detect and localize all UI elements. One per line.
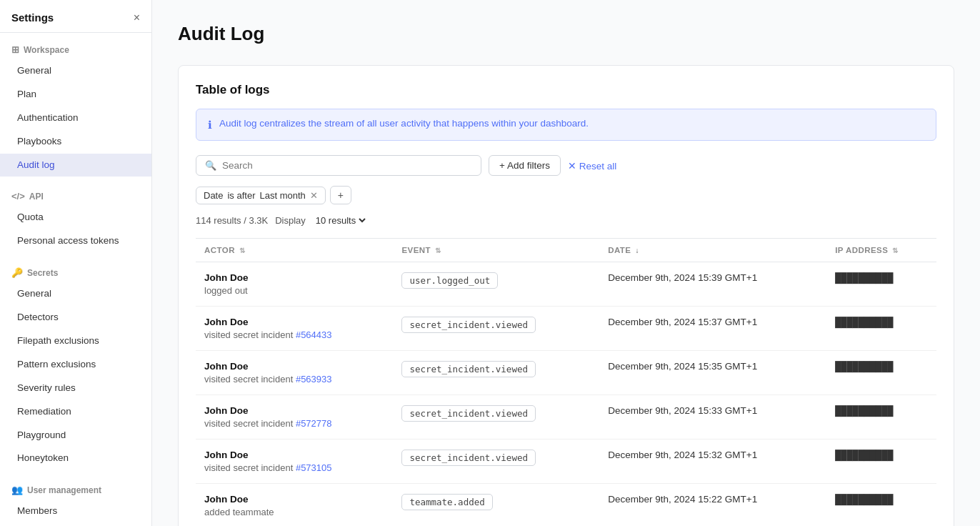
sidebar-item-quota[interactable]: Quota [0, 206, 151, 229]
page-title: Audit Log [178, 23, 954, 45]
event-cell: secret_incident.viewed [393, 395, 599, 440]
display-results-select[interactable]: 10 results 25 results 50 results [313, 214, 368, 227]
col-ip-address[interactable]: IP ADDRESS ⇅ [826, 239, 936, 262]
table-row: John Doe added teammate teammate.added D… [196, 484, 936, 527]
api-icon: </> [11, 191, 25, 202]
search-box[interactable]: 🔍 [196, 155, 481, 176]
actor-cell: John Doe visited secret incident #572778 [196, 395, 393, 440]
filter-tag-date[interactable]: Date is after Last month ✕ [196, 187, 326, 204]
ip-sort-icon: ⇅ [892, 247, 898, 254]
actor-name: John Doe [204, 272, 384, 283]
sidebar-item-members[interactable]: Members [0, 500, 151, 523]
actor-sort-icon: ⇅ [239, 247, 245, 254]
col-actor[interactable]: ACTOR ⇅ [196, 239, 393, 262]
secrets-section-label: 🔑 Secrets [0, 264, 151, 282]
sidebar-item-detectors[interactable]: Detectors [0, 306, 151, 329]
event-cell: secret_incident.viewed [393, 351, 599, 395]
actor-action: visited secret incident #563933 [204, 374, 384, 384]
sidebar-item-authentication[interactable]: Authentication [0, 106, 151, 130]
search-input[interactable] [222, 160, 472, 171]
sidebar: Settings × ⊞ Workspace General Plan Auth… [0, 0, 152, 526]
api-section-label: </> API [0, 188, 151, 206]
display-select[interactable]: 10 results 25 results 50 results [313, 214, 368, 227]
date-cell: December 9th, 2024 15:35 GMT+1 [599, 351, 826, 395]
card-title: Table of logs [196, 83, 936, 97]
event-cell: secret_incident.viewed [393, 307, 599, 351]
date-sort-icon: ↓ [635, 247, 639, 254]
actor-cell: John Doe visited secret incident #573105 [196, 440, 393, 484]
sidebar-item-playground[interactable]: Playground [0, 424, 151, 447]
table-row: John Doe visited secret incident #564433… [196, 307, 936, 351]
ip-cell: ██████████ [826, 262, 936, 307]
event-badge: secret_incident.viewed [401, 405, 536, 422]
date-cell: December 9th, 2024 15:39 GMT+1 [599, 262, 826, 307]
event-badge: user.logged_out [401, 272, 498, 289]
sidebar-item-audit-log[interactable]: Audit log [0, 154, 151, 177]
results-row: 114 results / 3.3K Display 10 results 25… [196, 214, 936, 227]
table-row: John Doe visited secret incident #573105… [196, 440, 936, 484]
close-icon[interactable]: × [134, 12, 140, 24]
info-banner: ℹ Audit log centralizes the stream of al… [196, 109, 936, 141]
table-row: John Doe visited secret incident #572778… [196, 395, 936, 440]
sidebar-item-honeytoken[interactable]: Honeytoken [0, 447, 151, 470]
sidebar-item-personal-access-tokens[interactable]: Personal access tokens [0, 229, 151, 253]
date-cell: December 9th, 2024 15:32 GMT+1 [599, 440, 826, 484]
audit-log-card: Table of logs ℹ Audit log centralizes th… [178, 65, 954, 526]
event-sort-icon: ⇅ [435, 247, 441, 254]
date-cell: December 9th, 2024 15:22 GMT+1 [599, 484, 826, 527]
reset-all-button[interactable]: ✕ Reset all [568, 160, 616, 172]
actor-name: John Doe [204, 450, 384, 460]
filter-tags: Date is after Last month ✕ + [196, 186, 936, 204]
actor-name: John Doe [204, 494, 384, 505]
sidebar-item-secrets-general[interactable]: General [0, 282, 151, 306]
event-badge: teammate.added [401, 494, 492, 510]
actor-cell: John Doe logged out [196, 262, 393, 307]
event-badge: secret_incident.viewed [401, 361, 536, 377]
filters-row: 🔍 + Add filters ✕ Reset all [196, 155, 936, 176]
sidebar-section-secrets: 🔑 Secrets General Detectors Filepath exc… [0, 256, 151, 473]
sidebar-section-user-management: 👥 User management Members Teams [0, 473, 151, 526]
results-count: 114 results / 3.3K [196, 215, 268, 226]
actor-action: visited secret incident #572778 [204, 418, 384, 429]
filter-tag-close-icon[interactable]: ✕ [310, 190, 318, 201]
table-header: ACTOR ⇅ EVENT ⇅ DATE ↓ [196, 239, 936, 262]
sidebar-item-playbooks[interactable]: Playbooks [0, 130, 151, 154]
sidebar-item-general[interactable]: General [0, 59, 151, 83]
table-row: John Doe logged out user.logged_out Dece… [196, 262, 936, 307]
sidebar-header: Settings × [0, 0, 151, 33]
sidebar-section-workspace: ⊞ Workspace General Plan Authentication … [0, 33, 151, 179]
sidebar-item-pattern-exclusions[interactable]: Pattern exclusions [0, 353, 151, 377]
display-label: Display [275, 215, 306, 226]
date-cell: December 9th, 2024 15:37 GMT+1 [599, 307, 826, 351]
ip-cell: ██████████ [826, 351, 936, 395]
actor-action: visited secret incident #564433 [204, 329, 384, 340]
users-icon: 👥 [11, 485, 23, 495]
ip-cell: ██████████ [826, 395, 936, 440]
sidebar-item-filepath-exclusions[interactable]: Filepath exclusions [0, 329, 151, 353]
ip-cell: ██████████ [826, 307, 936, 351]
main-content: Audit Log Table of logs ℹ Audit log cent… [152, 0, 980, 526]
event-cell: secret_incident.viewed [393, 440, 599, 484]
table-body: John Doe logged out user.logged_out Dece… [196, 262, 936, 527]
sidebar-item-plan[interactable]: Plan [0, 83, 151, 106]
actor-name: John Doe [204, 361, 384, 372]
event-cell: user.logged_out [393, 262, 599, 307]
sidebar-item-teams[interactable]: Teams [0, 523, 151, 526]
actor-cell: John Doe visited secret incident #564433 [196, 307, 393, 351]
filter-add-button[interactable]: + [330, 186, 351, 204]
sidebar-item-remediation[interactable]: Remediation [0, 400, 151, 424]
info-icon: ℹ [208, 119, 212, 132]
filter-field: Date [204, 190, 223, 201]
table-row: John Doe visited secret incident #563933… [196, 351, 936, 395]
info-banner-text: Audit log centralizes the stream of all … [219, 118, 589, 129]
sidebar-section-api: </> API Quota Personal access tokens [0, 179, 151, 256]
col-date[interactable]: DATE ↓ [599, 239, 826, 262]
sidebar-item-severity-rules[interactable]: Severity rules [0, 377, 151, 400]
user-management-section-label: 👥 User management [0, 482, 151, 500]
filter-operator: is after [227, 190, 255, 201]
add-filters-button[interactable]: + Add filters [489, 155, 561, 176]
col-event[interactable]: EVENT ⇅ [393, 239, 599, 262]
date-cell: December 9th, 2024 15:33 GMT+1 [599, 395, 826, 440]
filter-value: Last month [259, 190, 305, 201]
workspace-section-label: ⊞ Workspace [0, 41, 151, 59]
